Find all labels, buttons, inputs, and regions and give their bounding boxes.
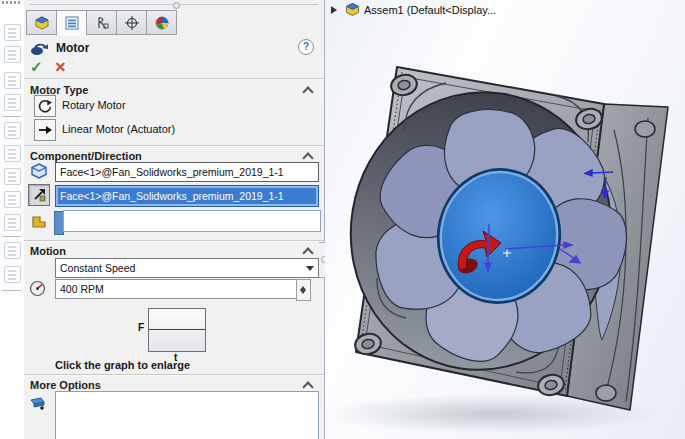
relative-component-field[interactable] [63, 210, 321, 232]
disabled-tool-icon [4, 24, 21, 41]
cancel-button[interactable]: ✕ [55, 59, 67, 75]
feature-tree-item[interactable]: Assem1 (Default<Display... [331, 2, 496, 17]
section-motion: Motion [30, 245, 318, 259]
dimxpert-target-icon [124, 15, 140, 31]
assembly-icon [345, 2, 360, 17]
direction-arrow-icon [31, 187, 47, 203]
divider [24, 240, 324, 242]
ok-button[interactable]: ✓ [30, 58, 43, 76]
page-title: Motor [56, 41, 89, 55]
disabled-tool-icon [4, 191, 21, 208]
component-select-icon [30, 162, 48, 180]
relative-component-icon [30, 213, 48, 231]
motion-type-dropdown[interactable]: Constant Speed [55, 258, 319, 278]
section-title: More Options [30, 379, 101, 391]
direction-reference-button[interactable] [28, 184, 50, 206]
expand-arrow-icon[interactable] [331, 6, 341, 14]
toolbar-separator [2, 116, 21, 117]
linear-motor-label[interactable]: Linear Motor (Actuator) [62, 123, 175, 135]
disabled-tool-icon [4, 242, 21, 259]
disabled-tool-icon [4, 266, 21, 283]
property-manager-panel: Motor ? ✓ ✕ Motor Type Rotary Motor [24, 0, 325, 439]
component-field[interactable]: Face<1>@Fan_Solidworks_premium_2019_1-1 [55, 162, 319, 182]
graph-line [149, 329, 205, 330]
rotary-motor-icon [37, 98, 53, 114]
featuremanager-tab[interactable] [26, 10, 56, 35]
spinner-up-icon[interactable] [300, 283, 306, 290]
featuremanager-icon [34, 15, 50, 31]
panel-splitter[interactable] [30, 4, 318, 5]
speed-spinner[interactable] [296, 279, 311, 301]
rotary-motor-label[interactable]: Rotary Motor [62, 99, 126, 111]
spinner-down-icon[interactable] [300, 290, 306, 297]
propertymanager-tab[interactable] [56, 10, 86, 36]
configurationmanager-icon [94, 15, 110, 31]
disabled-tool-icon [4, 122, 21, 139]
configurationmanager-tab[interactable] [86, 10, 116, 35]
toolbar-separator [2, 236, 21, 237]
speed-gauge-icon [29, 280, 46, 297]
divider [24, 78, 324, 80]
more-options-list[interactable] [55, 391, 319, 439]
dimxpertmanager-tab[interactable] [116, 10, 146, 35]
divider [24, 145, 324, 147]
collapse-chevron-icon[interactable] [302, 86, 313, 97]
toolbar-grip-icon[interactable] [2, 1, 22, 4]
divider [24, 374, 324, 376]
disabled-tool-icon [4, 72, 21, 89]
load-faces-icon [29, 396, 47, 411]
fan-assembly-3d-view[interactable] [325, 0, 685, 439]
displaymanager-tab[interactable] [146, 10, 177, 35]
toolbar-separator [2, 290, 21, 291]
section-title: Motion [30, 245, 66, 257]
motor-icon [30, 40, 50, 56]
tree-item-label[interactable]: Assem1 (Default<Display... [364, 4, 496, 16]
motion-graph-thumbnail[interactable] [148, 308, 206, 352]
disabled-tool-icon [4, 46, 21, 63]
collapse-chevron-icon[interactable] [302, 247, 313, 258]
section-title: Component/Direction [30, 150, 142, 162]
left-disabled-toolbar [0, 0, 24, 439]
help-icon[interactable]: ? [298, 39, 314, 55]
propertymanager-icon [64, 15, 80, 31]
graph-y-label: F [138, 322, 144, 333]
displaymanager-icon [154, 15, 170, 31]
linear-motor-button[interactable] [34, 119, 56, 141]
linear-motor-icon [37, 122, 53, 138]
direction-field[interactable]: Face<1>@Fan_Solidworks_premium_2019_1-1 [55, 185, 319, 207]
disabled-tool-icon [4, 145, 21, 162]
dropdown-arrow-icon [306, 266, 314, 275]
solidworks-window: Motor ? ✓ ✕ Motor Type Rotary Motor [0, 0, 685, 439]
disabled-tool-icon [4, 94, 21, 111]
graph-caption: Click the graph to enlarge [55, 359, 190, 371]
disabled-tool-icon [4, 168, 21, 185]
speed-input[interactable]: 400 RPM [55, 279, 304, 299]
section-motor-type: Motor Type [30, 84, 318, 98]
manager-tab-bar [26, 10, 177, 34]
motion-type-value: Constant Speed [60, 262, 135, 274]
graphics-viewport[interactable]: Assem1 (Default<Display... [325, 0, 685, 439]
rotary-motor-button[interactable] [34, 95, 56, 117]
disabled-tool-icon [4, 214, 21, 231]
